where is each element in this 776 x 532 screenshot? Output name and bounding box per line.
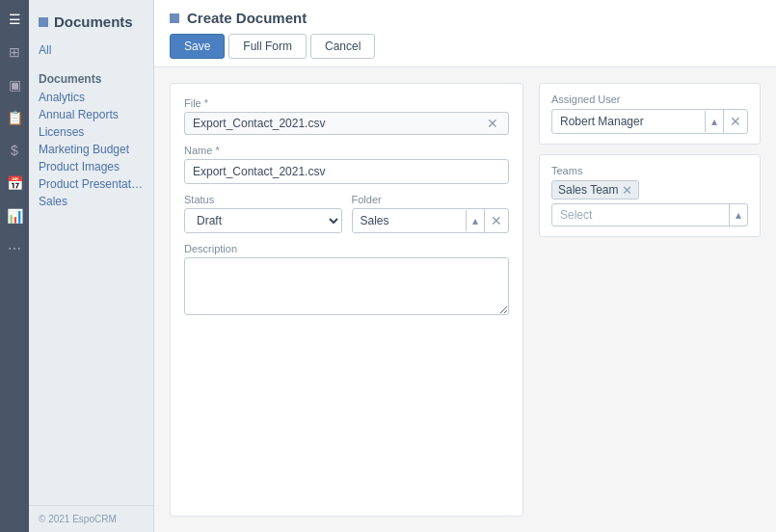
folder-value: Sales [353,210,467,231]
name-field: Name * [184,145,509,184]
page-header: Create Document Save Full Form Cancel [154,0,776,67]
teams-label: Teams [551,165,748,176]
status-field: Status Draft [184,194,342,233]
sidebar-item-analytics[interactable]: Analytics [29,89,153,106]
form-area: File * Export_Contact_2021.csv ✕ Name * … [154,67,776,532]
file-icon[interactable]: 📋 [5,108,24,127]
grid-icon[interactable]: ⊞ [5,42,24,62]
teams-section: Teams Sales Team ✕ Select ▴ [539,154,761,237]
sidebar-title: Documents [54,13,133,30]
sidebar-section-label: Documents [29,66,153,89]
hamburger-icon[interactable]: ☰ [5,10,24,29]
page-title: Create Document [187,10,307,26]
document-icon[interactable]: ▣ [5,75,24,94]
teams-select-placeholder: Select [552,204,729,226]
sidebar-item-product-presentation[interactable]: Product Presentation [29,175,153,193]
description-label: Description [184,243,509,254]
main-content: Create Document Save Full Form Cancel Fi… [154,0,776,532]
toolbar: Save Full Form Cancel [170,34,761,66]
teams-tag-sales: Sales Team ✕ [551,180,639,200]
status-label: Status [184,194,342,205]
assigned-user-value: Robert Manager [552,111,705,132]
sidebar: Documents All Documents Analytics Annual… [29,0,154,532]
assigned-user-select-button[interactable]: ▴ [705,111,723,132]
folder-label: Folder [352,194,510,205]
teams-select-button[interactable]: ▴ [729,204,747,226]
name-label: Name * [184,145,509,156]
cancel-button[interactable]: Cancel [310,34,375,59]
save-button[interactable]: Save [170,34,225,59]
teams-tags: Sales Team ✕ [551,180,748,203]
sidebar-item-sales[interactable]: Sales [29,193,153,210]
sidebar-item-product-images[interactable]: Product Images [29,158,153,175]
name-input[interactable] [184,159,509,184]
full-form-button[interactable]: Full Form [228,34,307,59]
description-textarea[interactable] [184,257,509,315]
file-display: Export_Contact_2021.csv ✕ [184,112,509,135]
dollar-icon[interactable]: $ [5,141,24,160]
teams-tag-label: Sales Team [558,183,618,197]
status-select[interactable]: Draft [184,208,342,233]
folder-input-wrap: Sales ▴ ✕ [352,208,510,233]
file-clear-button[interactable]: ✕ [485,117,500,130]
file-label: File * [184,97,509,109]
assigned-user-section: Assigned User Robert Manager ▴ ✕ [539,83,761,145]
more-icon[interactable]: ⋯ [5,239,24,258]
file-name: Export_Contact_2021.csv [193,117,485,130]
sidebar-header-icon [39,17,48,27]
sidebar-item-marketing-budget[interactable]: Marketing Budget [29,141,153,158]
sidebar-filter-area: All [29,38,153,66]
sidebar-footer: © 2021 EspoCRM [29,505,153,532]
file-field: File * Export_Contact_2021.csv ✕ [184,97,509,135]
form-right: Assigned User Robert Manager ▴ ✕ Teams S… [539,83,761,517]
icon-bar: ☰ ⊞ ▣ 📋 $ 📅 📊 ⋯ [0,0,29,532]
status-folder-row: Status Draft Folder Sales ▴ ✕ [184,194,509,233]
page-title-icon [170,13,179,23]
description-field: Description [184,243,509,318]
form-left: File * Export_Contact_2021.csv ✕ Name * … [170,83,523,517]
folder-select-button[interactable]: ▴ [466,210,484,231]
chart-icon[interactable]: 📊 [5,206,24,226]
folder-clear-button[interactable]: ✕ [484,209,508,232]
teams-tag-remove-button[interactable]: ✕ [622,184,632,197]
assigned-user-clear-button[interactable]: ✕ [723,110,747,133]
all-dropdown-button[interactable]: All [39,41,51,59]
folder-field: Folder Sales ▴ ✕ [352,194,510,233]
calendar-icon[interactable]: 📅 [5,173,24,193]
sidebar-item-annual-reports[interactable]: Annual Reports [29,106,153,123]
assigned-user-input-wrap: Robert Manager ▴ ✕ [551,109,748,134]
assigned-user-label: Assigned User [551,93,748,105]
sidebar-header: Documents [29,0,153,38]
teams-select-wrap: Select ▴ [551,203,748,226]
page-title-row: Create Document [170,10,761,26]
sidebar-item-licenses[interactable]: Licenses [29,123,153,141]
